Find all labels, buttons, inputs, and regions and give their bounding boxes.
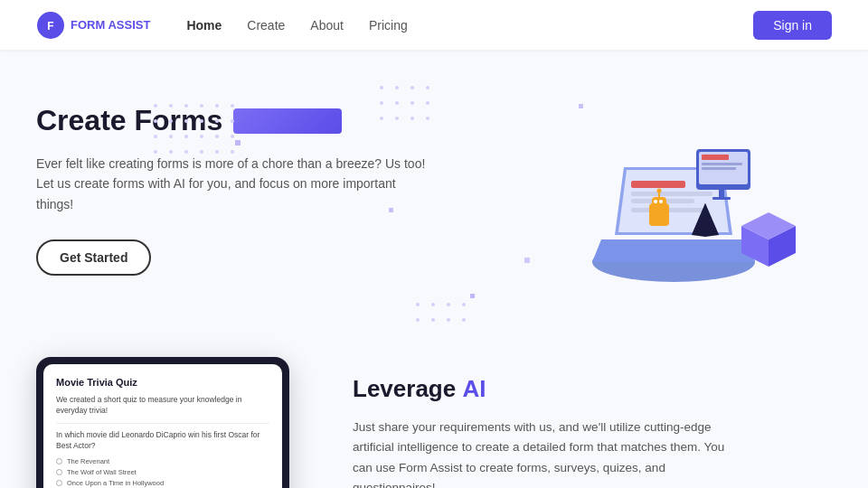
ai-highlight: AI: [462, 375, 486, 402]
leverage-description: Just share your requirements with us, an…: [353, 418, 732, 488]
option2-text: The Wolf of Wall Street: [67, 468, 137, 476]
form-title: Movie Trivia Quiz: [56, 377, 269, 388]
form-option1: The Revenant: [56, 457, 269, 465]
logo-text: FORM ASSIST: [71, 18, 150, 32]
svg-point-19: [654, 200, 657, 203]
nav-about[interactable]: About: [310, 18, 344, 33]
hero-section: Create Forms Ever felt like creating for…: [0, 50, 868, 339]
svg-rect-15: [719, 190, 724, 197]
svg-rect-18: [652, 197, 666, 210]
deco-sq1: [235, 140, 241, 145]
signin-button[interactable]: Sign in: [753, 11, 832, 40]
tablet-mockup: Movie Trivia Quiz We created a short qui…: [36, 357, 289, 488]
nav-links: Home Create About Pricing: [186, 18, 753, 33]
svg-rect-16: [712, 197, 731, 200]
hero-description: Ever felt like creating forms is more of…: [36, 154, 434, 214]
deco-dots-mid: [380, 86, 429, 120]
title-highlight-bar: [233, 108, 342, 134]
get-started-button[interactable]: Get Started: [36, 239, 151, 276]
svg-rect-6: [631, 181, 685, 188]
svg-rect-12: [702, 155, 729, 160]
form-option3: Once Upon a Time in Hollywood: [56, 479, 269, 487]
leverage-title: Leverage AI: [353, 375, 832, 403]
svg-rect-7: [631, 192, 712, 196]
logo-icon: F: [36, 11, 65, 40]
svg-text:F: F: [47, 20, 53, 33]
radio3[interactable]: [56, 480, 62, 486]
section2: Movie Trivia Quiz We created a short qui…: [0, 339, 868, 488]
radio2[interactable]: [56, 469, 62, 475]
nav-create[interactable]: Create: [247, 18, 285, 33]
svg-marker-3: [592, 239, 755, 262]
form-divider1: [56, 423, 269, 424]
form-question1: We created a short quiz to measure your …: [56, 395, 269, 417]
nav-home[interactable]: Home: [186, 18, 222, 33]
deco-sq-s2: [470, 294, 475, 298]
tablet-mockup-container: Movie Trivia Quiz We created a short qui…: [36, 357, 307, 488]
hero-left: Create Forms Ever felt like creating for…: [36, 95, 488, 276]
deco-dots-left: [154, 104, 234, 154]
hero-illustration: [488, 95, 832, 312]
option1-text: The Revenant: [67, 457, 109, 465]
deco-dots-s2: [416, 303, 466, 322]
svg-rect-14: [702, 167, 736, 170]
nav-pricing[interactable]: Pricing: [369, 18, 408, 33]
form-option2: The Wolf of Wall Street: [56, 468, 269, 476]
deco-sq2: [389, 208, 393, 212]
svg-point-20: [659, 200, 663, 203]
leverage-section: Leverage AI Just share your requirements…: [353, 357, 832, 488]
radio1[interactable]: [56, 458, 62, 465]
option3-text: Once Upon a Time in Hollywood: [67, 479, 164, 487]
svg-point-22: [657, 189, 662, 193]
tablet-screen: Movie Trivia Quiz We created a short qui…: [43, 364, 282, 488]
svg-rect-13: [702, 163, 742, 165]
navbar: F FORM ASSIST Home Create About Pricing …: [0, 0, 868, 50]
form-question2: In which movie did Leonardo DiCaprio win…: [56, 430, 269, 452]
iso-illustration: [497, 95, 823, 312]
logo[interactable]: F FORM ASSIST: [36, 11, 150, 40]
